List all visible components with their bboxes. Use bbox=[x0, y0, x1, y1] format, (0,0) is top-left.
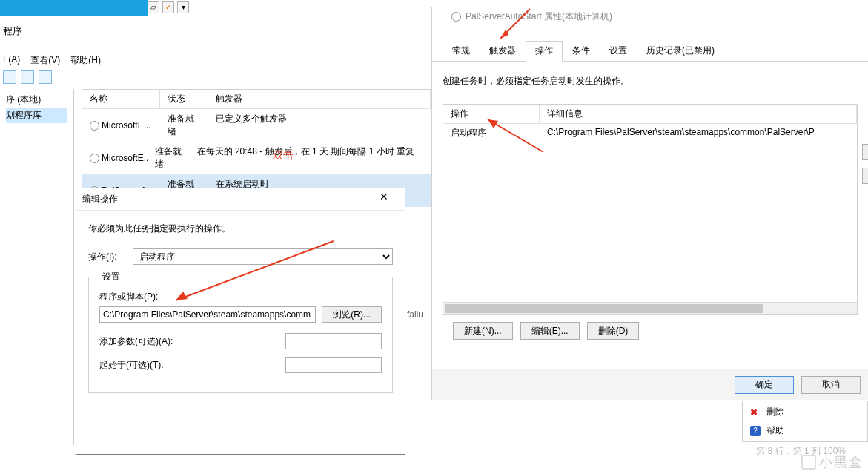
browse-button[interactable]: 浏览(R)... bbox=[322, 306, 382, 323]
delete-icon: ✖ bbox=[750, 407, 761, 418]
cancel-button[interactable]: 取消 bbox=[801, 376, 861, 394]
program-tab-label: 程序 bbox=[3, 24, 22, 38]
startin-label: 起始于(可选)(T): bbox=[99, 359, 164, 372]
actions-col-action[interactable]: 操作 bbox=[443, 105, 540, 123]
annotation-double-click: 双击 bbox=[273, 149, 294, 162]
menu-help[interactable]: ? 帮助 bbox=[744, 421, 866, 440]
nav-fwd-icon[interactable] bbox=[21, 70, 34, 84]
tab-triggers[interactable]: 触发器 bbox=[480, 41, 526, 61]
action-select[interactable]: 启动程序 bbox=[133, 248, 393, 265]
menu-view[interactable]: 查看(V) bbox=[30, 54, 60, 67]
props-titlebar: PalServerAutoStart 属性(本地计算机) bbox=[432, 7, 868, 26]
tab-history[interactable]: 历史记录(已禁用) bbox=[637, 41, 724, 61]
watermark-logo-icon bbox=[801, 455, 816, 470]
startin-input[interactable] bbox=[285, 357, 382, 373]
nav-toolbar bbox=[3, 70, 52, 84]
tree-panel: 序 (本地) 划程序库 bbox=[0, 89, 74, 445]
args-label: 添加参数(可选)(A): bbox=[99, 335, 173, 348]
menu-delete[interactable]: ✖ 删除 bbox=[744, 403, 866, 421]
program-path-input[interactable] bbox=[99, 306, 316, 323]
menu-help-label: 帮助 bbox=[766, 424, 784, 437]
clock-icon bbox=[90, 121, 99, 131]
delete-button[interactable]: 删除(D) bbox=[587, 322, 640, 340]
task-list-header: 名称 状态 触发器 bbox=[82, 90, 431, 109]
props-instruction: 创建任务时，必须指定任务启动时发生的操作。 bbox=[443, 75, 858, 88]
task-row[interactable]: MicrosoftE... 准备就绪 已定义多个触发器 bbox=[82, 109, 431, 142]
tab-actions[interactable]: 操作 bbox=[526, 41, 563, 62]
help-icon: ? bbox=[750, 426, 761, 436]
window-title-bar bbox=[0, 0, 148, 16]
action-buttons-row: 新建(N)... 编辑(E)... 删除(D) bbox=[443, 315, 858, 347]
reorder-buttons: ▲ ▼ bbox=[862, 144, 868, 184]
watermark: 小黑盒 bbox=[801, 453, 864, 471]
nav-back-icon[interactable] bbox=[3, 70, 16, 84]
dialog-titlebar: 编辑操作 ✕ bbox=[76, 188, 405, 211]
tab-conditions[interactable]: 条件 bbox=[563, 41, 600, 61]
settings-fieldset: 设置 程序或脚本(P): 浏览(R)... 添加参数(可选)(A): 起始于(可… bbox=[88, 271, 393, 393]
task-properties-dialog: PalServerAutoStart 属性(本地计算机) 常规 触发器 操作 条… bbox=[431, 7, 868, 400]
task-name: MicrosoftE... bbox=[102, 153, 148, 163]
move-down-button[interactable]: ▼ bbox=[862, 168, 868, 184]
dialog-buttons: 确定 取消 bbox=[432, 369, 868, 400]
scrollbar-thumb[interactable] bbox=[445, 304, 763, 313]
menu-file[interactable]: F(A) bbox=[3, 54, 20, 67]
tree-node-local[interactable]: 序 (本地) bbox=[6, 92, 67, 108]
actions-table-row[interactable]: 启动程序 C:\Program Files\PalServer\steam\st… bbox=[443, 124, 857, 142]
task-trigger: 在每天的 20:48 - 触发后，在 1 天 期间每隔 1 小时 重复一 bbox=[190, 144, 431, 172]
dialog-title: 编辑操作 bbox=[82, 193, 118, 205]
args-input[interactable] bbox=[285, 333, 382, 349]
menu-delete-label: 删除 bbox=[766, 406, 784, 418]
edit-button[interactable]: 编辑(E)... bbox=[520, 322, 580, 340]
clock-icon bbox=[90, 154, 99, 163]
new-button[interactable]: 新建(N)... bbox=[453, 322, 513, 340]
actions-col-details[interactable]: 详细信息 bbox=[540, 105, 857, 123]
menubar: F(A) 查看(V) 帮助(H) bbox=[0, 54, 101, 67]
menu-help[interactable]: 帮助(H) bbox=[70, 54, 101, 67]
props-tabs: 常规 触发器 操作 条件 设置 历史记录(已禁用) bbox=[432, 26, 868, 62]
tab-general[interactable]: 常规 bbox=[443, 41, 480, 61]
background-text: failu bbox=[407, 309, 423, 320]
close-button[interactable]: ✕ bbox=[369, 191, 399, 208]
actions-table: 操作 详细信息 启动程序 C:\Program Files\PalServer\… bbox=[443, 104, 858, 315]
watermark-text: 小黑盒 bbox=[819, 453, 864, 471]
nav-refresh-icon[interactable] bbox=[39, 70, 52, 84]
clock-icon bbox=[451, 12, 461, 22]
action-detail-cell: C:\Program Files\PalServer\steam\steamap… bbox=[540, 124, 857, 142]
task-status: 准备就绪 bbox=[148, 144, 189, 172]
tree-node-library[interactable]: 划程序库 bbox=[6, 108, 67, 123]
col-status-header[interactable]: 状态 bbox=[160, 90, 208, 108]
ok-button[interactable]: 确定 bbox=[735, 376, 794, 394]
edit-action-dialog: 编辑操作 ✕ 你必须为此任务指定要执行的操作。 操作(I): 启动程序 设置 程… bbox=[76, 188, 405, 455]
toolbar-icon-2[interactable]: ✓ bbox=[162, 1, 174, 13]
props-title-text: PalServerAutoStart 属性(本地计算机) bbox=[466, 10, 612, 23]
task-trigger: 已定义多个触发器 bbox=[208, 111, 431, 139]
settings-legend: 设置 bbox=[99, 271, 123, 283]
horizontal-scrollbar[interactable] bbox=[443, 302, 857, 314]
program-label: 程序或脚本(P): bbox=[99, 291, 382, 303]
task-name: MicrosoftE... bbox=[102, 120, 151, 131]
task-row[interactable]: MicrosoftE... 准备就绪 在每天的 20:48 - 触发后，在 1 … bbox=[82, 142, 431, 174]
task-status: 准备就绪 bbox=[160, 111, 208, 139]
actions-pane: ✖ 删除 ? 帮助 bbox=[742, 401, 868, 442]
toolbar-icons: ▱ ✓ ▾ bbox=[148, 1, 189, 13]
action-type-cell: 启动程序 bbox=[443, 124, 540, 142]
move-up-button[interactable]: ▲ bbox=[862, 144, 868, 160]
toolbar-dropdown-icon[interactable]: ▾ bbox=[177, 1, 189, 13]
col-name-header[interactable]: 名称 bbox=[82, 90, 160, 108]
toolbar-icon-1[interactable]: ▱ bbox=[148, 1, 159, 13]
dialog-instruction: 你必须为此任务指定要执行的操作。 bbox=[88, 223, 393, 235]
tab-settings[interactable]: 设置 bbox=[600, 41, 637, 61]
action-label: 操作(I): bbox=[88, 251, 133, 263]
col-trigger-header[interactable]: 触发器 bbox=[208, 90, 431, 108]
